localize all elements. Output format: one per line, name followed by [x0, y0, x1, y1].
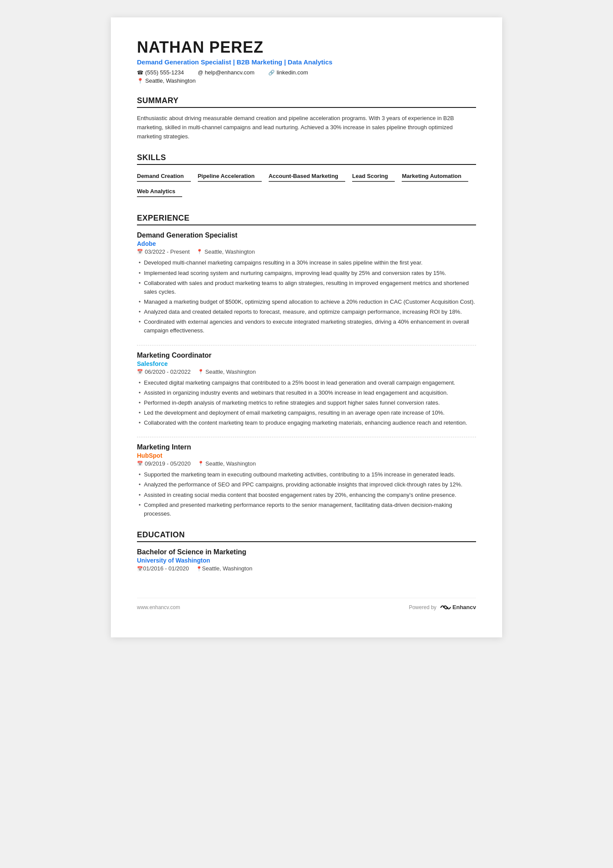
candidate-title: Demand Generation Specialist | B2B Marke… [137, 58, 476, 66]
header: NATHAN PEREZ Demand Generation Specialis… [137, 38, 476, 84]
summary-text: Enthusiastic about driving measurable de… [137, 114, 476, 141]
calendar-icon: 📅 [137, 249, 143, 255]
jobs-container: Demand Generation Specialist Adobe 📅03/2… [137, 231, 476, 518]
job-date: 📅06/2020 - 02/2022 [137, 369, 191, 375]
job-entry: Marketing Coordinator Salesforce 📅06/202… [137, 352, 476, 428]
job-meta: 📅03/2022 - Present 📍Seattle, Washington [137, 248, 476, 255]
summary-section: SUMMARY Enthusiastic about driving measu… [137, 96, 476, 141]
skill-tag: Lead Scoring [352, 171, 395, 182]
location-icon: 📍 [137, 78, 143, 84]
contact-row: ☎ (555) 555-1234 @ help@enhancv.com 🔗 li… [137, 69, 476, 76]
edu-school: University of Washington [137, 557, 476, 564]
summary-title: SUMMARY [137, 96, 476, 108]
skills-section: SKILLS Demand CreationPipeline Accelerat… [137, 153, 476, 201]
job-location: 📍Seattle, Washington [197, 248, 255, 255]
experience-section: EXPERIENCE Demand Generation Specialist … [137, 214, 476, 518]
location-contact: 📍 Seattle, Washington [137, 77, 476, 84]
job-meta: 📅09/2019 - 05/2020 📍Seattle, Washington [137, 460, 476, 467]
job-title: Marketing Coordinator [137, 352, 476, 359]
job-bullet: Collaborated with sales and product mark… [137, 279, 476, 296]
job-bullet: Collaborated with the content marketing … [137, 419, 476, 427]
calendar-icon: 📅 [137, 369, 143, 375]
location-icon: 📍 [198, 369, 204, 375]
linkedin-contact: 🔗 linkedin.com [268, 69, 308, 76]
calendar-icon: 📅 [137, 566, 143, 571]
job-bullets: Developed multi-channel marketing campai… [137, 258, 476, 335]
link-icon: 🔗 [268, 70, 275, 76]
edu-meta: 📅01/2016 - 01/2020 📍Seattle, Washington [137, 565, 476, 572]
job-bullet: Compiled and presented marketing perform… [137, 501, 476, 518]
skills-grid: Demand CreationPipeline AccelerationAcco… [137, 171, 476, 201]
footer-powered: Powered by Enhancv [409, 603, 476, 611]
skill-tag: Demand Creation [137, 171, 191, 182]
job-date: 📅03/2022 - Present [137, 248, 190, 255]
job-bullet: Led the development and deployment of em… [137, 409, 476, 417]
location-icon: 📍 [197, 249, 203, 255]
job-location: 📍Seattle, Washington [198, 369, 256, 375]
skill-tag: Marketing Automation [402, 171, 468, 182]
job-divider [137, 345, 476, 345]
job-bullet: Supported the marketing team in executin… [137, 470, 476, 479]
page-footer: www.enhancv.com Powered by Enhancv [137, 598, 476, 611]
job-bullet: Developed multi-channel marketing campai… [137, 258, 476, 267]
edu-date: 📅01/2016 - 01/2020 [137, 565, 189, 572]
job-bullet: Managed a marketing budget of $500K, opt… [137, 298, 476, 306]
job-company: HubSpot [137, 452, 476, 459]
job-location: 📍Seattle, Washington [198, 460, 256, 467]
location-icon: 📍 [196, 566, 202, 571]
job-title: Marketing Intern [137, 443, 476, 451]
resume-page: NATHAN PEREZ Demand Generation Specialis… [111, 17, 502, 637]
job-bullet: Analyzed data and created detailed repor… [137, 308, 476, 316]
phone-contact: ☎ (555) 555-1234 [137, 69, 184, 76]
job-bullet: Performed in-depth analysis of marketing… [137, 399, 476, 407]
job-bullets: Supported the marketing team in executin… [137, 470, 476, 518]
footer-url: www.enhancv.com [137, 604, 180, 610]
job-company: Adobe [137, 240, 476, 247]
job-bullet: Assisted in organizing industry events a… [137, 389, 476, 397]
education-title: EDUCATION [137, 530, 476, 542]
job-bullet: Analyzed the performance of SEO and PPC … [137, 480, 476, 489]
edu-location: 📍Seattle, Washington [196, 565, 253, 572]
enhancv-logo: Enhancv [439, 603, 476, 611]
job-bullet: Assisted in creating social media conten… [137, 491, 476, 499]
skill-tag: Account-Based Marketing [269, 171, 345, 182]
email-icon: @ [198, 70, 203, 76]
job-divider [137, 437, 476, 437]
job-entry: Marketing Intern HubSpot 📅09/2019 - 05/2… [137, 443, 476, 518]
job-company: Salesforce [137, 360, 476, 367]
education-section: EDUCATION Bachelor of Science in Marketi… [137, 530, 476, 572]
skill-tag: Web Analytics [137, 186, 182, 197]
candidate-name: NATHAN PEREZ [137, 38, 476, 57]
experience-title: EXPERIENCE [137, 214, 476, 225]
skill-tag: Pipeline Acceleration [198, 171, 262, 182]
education-container: Bachelor of Science in Marketing Univers… [137, 548, 476, 572]
job-bullets: Executed digital marketing campaigns tha… [137, 379, 476, 428]
location-icon: 📍 [198, 461, 204, 466]
phone-icon: ☎ [137, 70, 143, 76]
job-bullet: Implemented lead scoring system and nurt… [137, 269, 476, 278]
job-meta: 📅06/2020 - 02/2022 📍Seattle, Washington [137, 369, 476, 375]
calendar-icon: 📅 [137, 461, 143, 466]
email-contact: @ help@enhancv.com [198, 69, 254, 76]
job-title: Demand Generation Specialist [137, 231, 476, 239]
job-entry: Demand Generation Specialist Adobe 📅03/2… [137, 231, 476, 335]
job-bullet: Coordinated with external agencies and v… [137, 318, 476, 335]
edu-degree: Bachelor of Science in Marketing [137, 548, 476, 556]
education-entry: Bachelor of Science in Marketing Univers… [137, 548, 476, 572]
skills-title: SKILLS [137, 153, 476, 165]
enhancv-icon [439, 603, 451, 611]
job-bullet: Executed digital marketing campaigns tha… [137, 379, 476, 387]
job-date: 📅09/2019 - 05/2020 [137, 460, 191, 467]
